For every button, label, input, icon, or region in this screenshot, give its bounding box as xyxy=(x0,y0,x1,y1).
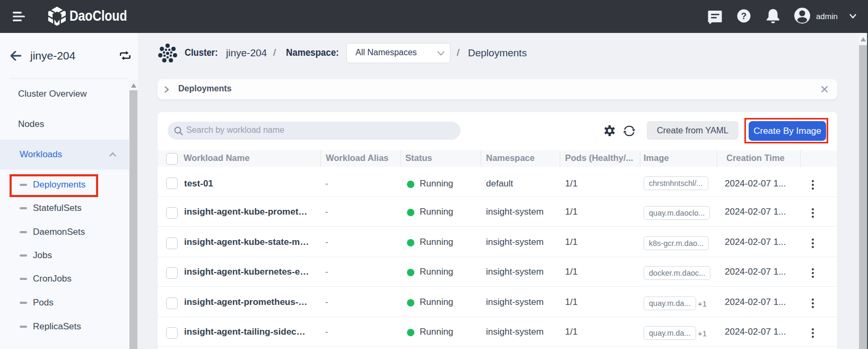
svg-text:?: ? xyxy=(741,11,747,21)
